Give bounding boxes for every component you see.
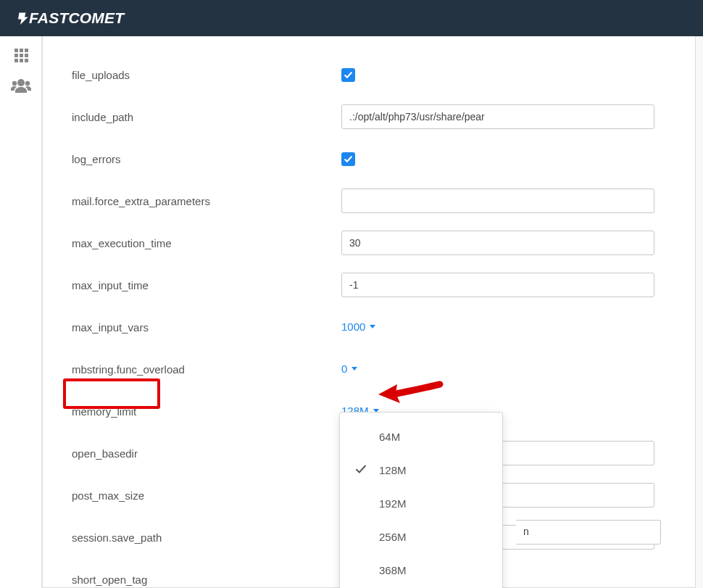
setting-control-max-input-time	[341, 273, 695, 297]
setting-row-max-input-vars: max_input_vars1000	[43, 306, 695, 348]
setting-label-post-max-size: post_max_size	[72, 489, 341, 502]
setting-control-mbstring-func-overload: 0	[341, 363, 695, 376]
partial-input-text: n	[516, 520, 661, 544]
setting-row-max-execution-time: max_execution_time	[43, 222, 695, 264]
svg-rect-0	[14, 49, 18, 52]
memory-limit-option-128M[interactable]: 128M	[340, 453, 502, 486]
setting-label-max-input-time: max_input_time	[72, 279, 341, 291]
max-input-vars-dropdown-value: 1000	[341, 320, 365, 333]
mail-force-extra-parameters-input[interactable]	[341, 189, 654, 213]
memory-limit-option-192M[interactable]: 192M	[340, 486, 502, 520]
setting-label-mbstring-func-overload: mbstring.func_overload	[72, 363, 341, 376]
setting-label-max-input-vars: max_input_vars	[72, 321, 341, 334]
check-icon	[354, 463, 367, 478]
svg-rect-1	[20, 49, 23, 52]
memory-limit-option-256M[interactable]: 256M	[340, 520, 502, 553]
setting-label-log-errors: log_errors	[72, 153, 341, 165]
setting-row-mbstring-func-overload: mbstring.func_overload0	[43, 348, 695, 390]
setting-row-max-input-time: max_input_time	[43, 264, 695, 306]
brand-logo: FASTCOMET	[16, 9, 124, 27]
svg-rect-3	[14, 54, 18, 57]
svg-rect-5	[25, 54, 28, 57]
setting-label-file-uploads: file_uploads	[72, 69, 341, 81]
memory-limit-dropdown-menu[interactable]: 64M128M192M256M368M	[339, 412, 503, 588]
setting-control-mail-force-extra-parameters	[341, 189, 695, 213]
setting-label-memory-limit: memory_limit	[72, 405, 341, 418]
memory-limit-option-label: 368M	[379, 564, 407, 576]
topbar: FASTCOMET	[0, 0, 703, 36]
setting-label-include-path: include_path	[72, 111, 341, 123]
file-uploads-checkbox[interactable]	[341, 68, 355, 82]
setting-label-mail-force-extra-parameters: mail.force_extra_parameters	[72, 195, 341, 207]
setting-label-max-execution-time: max_execution_time	[72, 237, 341, 249]
caret-down-icon	[352, 367, 357, 370]
setting-control-include-path	[341, 104, 695, 129]
memory-limit-option-label: 192M	[379, 497, 407, 510]
setting-control-file-uploads	[341, 68, 695, 82]
brand-text: FASTCOMET	[29, 9, 124, 27]
memory-limit-option-label: 128M	[379, 464, 407, 476]
svg-rect-6	[14, 59, 18, 62]
svg-rect-2	[25, 49, 28, 52]
apps-grid-icon[interactable]	[9, 46, 33, 64]
svg-rect-7	[20, 59, 23, 62]
log-errors-checkbox[interactable]	[341, 152, 355, 166]
svg-rect-8	[25, 59, 28, 62]
users-icon[interactable]	[9, 77, 33, 94]
memory-limit-option-64M[interactable]: 64M	[340, 420, 502, 453]
setting-control-max-input-vars: 1000	[341, 320, 695, 334]
svg-point-10	[12, 81, 16, 86]
svg-point-9	[17, 79, 25, 86]
mbstring-func-overload-dropdown-value: 0	[341, 363, 347, 375]
max-input-time-input[interactable]	[341, 273, 654, 297]
setting-label-open-basedir: open_basedir	[72, 447, 341, 460]
setting-control-log-errors	[341, 152, 695, 166]
memory-limit-option-label: 64M	[379, 431, 400, 443]
setting-control-max-execution-time	[341, 231, 695, 255]
setting-row-mail-force-extra-parameters: mail.force_extra_parameters	[43, 180, 695, 222]
setting-row-include-path: include_path	[43, 96, 695, 138]
max-execution-time-input[interactable]	[341, 231, 654, 255]
max-input-vars-dropdown[interactable]: 1000	[341, 320, 375, 333]
setting-row-log-errors: log_errors	[43, 138, 695, 180]
setting-label-short-open-tag: short_open_tag	[72, 573, 341, 586]
setting-label-session-save-path: session.save_path	[72, 531, 341, 544]
svg-rect-4	[20, 54, 23, 57]
include-path-input[interactable]	[341, 104, 654, 129]
caret-down-icon	[370, 325, 375, 328]
svg-point-11	[25, 81, 29, 86]
memory-limit-option-368M[interactable]: 368M	[340, 553, 502, 587]
sidebar	[0, 36, 42, 588]
mbstring-func-overload-dropdown[interactable]: 0	[341, 363, 357, 375]
setting-row-file-uploads: file_uploads	[43, 54, 695, 96]
memory-limit-option-label: 256M	[379, 531, 407, 543]
